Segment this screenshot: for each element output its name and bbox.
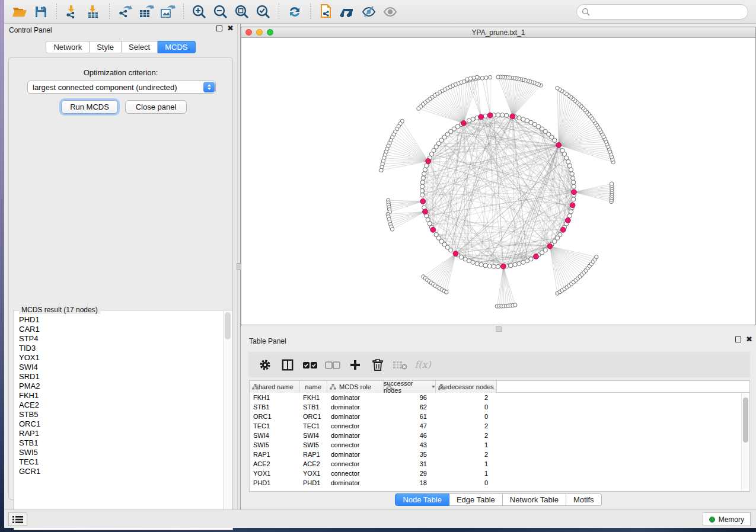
tab-network-table[interactable]: Network Table (503, 493, 566, 506)
table-cell[interactable]: 46 (384, 431, 436, 440)
table-cell[interactable]: PHD1 (299, 478, 327, 488)
mcds-result-item[interactable]: ACE2 (15, 400, 224, 410)
export-image-button[interactable] (159, 3, 177, 21)
table-cell[interactable]: dominator (327, 478, 384, 488)
table-cell[interactable]: connector (327, 421, 384, 431)
table-cell[interactable]: connector (327, 459, 384, 469)
table-cell[interactable]: SWI5 (299, 440, 327, 450)
table-cell[interactable]: SWI4 (299, 431, 327, 440)
zoom-out-button[interactable] (212, 3, 229, 21)
table-row[interactable]: SWI4SWI4dominator462 (250, 431, 749, 440)
zoom-fit-button[interactable] (233, 3, 251, 21)
table-cell[interactable]: 47 (384, 421, 436, 431)
table-cell[interactable]: 43 (384, 440, 436, 450)
mcds-list-scrollbar[interactable] (223, 311, 232, 526)
float-panel-icon[interactable] (216, 25, 222, 31)
table-cell[interactable]: SWI4 (250, 431, 299, 440)
table-cell[interactable]: YOX1 (250, 469, 299, 478)
table-cell[interactable]: STB1 (299, 402, 327, 412)
table-cell[interactable]: 31 (384, 459, 436, 469)
table-cell[interactable]: TEC1 (299, 421, 327, 431)
table-cell[interactable]: 2 (436, 450, 497, 459)
close-panel-button[interactable]: Close panel (125, 100, 187, 114)
tab-motifs[interactable]: Motifs (566, 493, 602, 506)
table-cell[interactable]: dominator (327, 393, 384, 402)
show-columns-button[interactable] (277, 357, 298, 373)
mcds-result-item[interactable]: PMA2 (15, 382, 224, 391)
sort-chevron-icon[interactable] (432, 386, 435, 388)
search-input[interactable] (591, 6, 748, 18)
column-header-successor-nodes[interactable]: successor nodes (384, 381, 436, 393)
table-cell[interactable]: 18 (384, 478, 436, 488)
tab-select[interactable]: Select (122, 41, 158, 53)
select-all-rows-button[interactable] (300, 357, 320, 373)
table-cell[interactable]: ACE2 (299, 459, 327, 469)
mcds-result-item[interactable]: ORC1 (15, 419, 224, 429)
table-cell[interactable]: 1 (436, 440, 497, 450)
memory-button[interactable]: Memory (703, 512, 751, 526)
table-cell[interactable]: 35 (384, 450, 436, 459)
import-network-button[interactable] (63, 3, 81, 21)
table-cell[interactable]: 0 (436, 478, 497, 488)
table-cell[interactable]: 62 (384, 402, 436, 412)
table-row[interactable]: FKH1FKH1dominator962 (250, 393, 749, 402)
mcds-result-item[interactable]: STP4 (15, 334, 224, 344)
table-cell[interactable]: 29 (384, 469, 436, 478)
add-column-button[interactable] (345, 357, 365, 373)
open-file-button[interactable] (11, 3, 28, 21)
run-mcds-button[interactable]: Run MCDS (61, 100, 118, 114)
table-cell[interactable]: PHD1 (250, 478, 299, 488)
export-table-button[interactable] (138, 3, 155, 21)
mcds-result-item[interactable]: TEC1 (15, 457, 224, 467)
table-scrollbar-thumb[interactable] (743, 398, 748, 443)
table-cell[interactable]: FKH1 (250, 393, 299, 402)
find-button[interactable] (339, 3, 356, 21)
criterion-select[interactable]: largest connected component (undirected) (27, 81, 216, 94)
table-row[interactable]: SWI5SWI5connector431 (250, 440, 749, 450)
clone-network-button[interactable] (317, 3, 335, 21)
table-cell[interactable]: 1 (436, 459, 497, 469)
save-session-button[interactable] (32, 3, 50, 21)
table-cell[interactable]: SWI5 (250, 440, 299, 450)
minimize-window-icon[interactable] (256, 29, 263, 36)
table-cell[interactable]: ORC1 (250, 412, 299, 421)
float-panel-icon[interactable] (735, 336, 741, 342)
table-cell[interactable]: RAP1 (299, 450, 327, 459)
mcds-result-item[interactable]: RAP1 (15, 429, 224, 438)
mcds-result-item[interactable]: FKH1 (15, 391, 224, 400)
network-graph[interactable] (241, 38, 755, 325)
table-cell[interactable]: RAP1 (250, 450, 299, 459)
table-cell[interactable]: 61 (384, 412, 436, 421)
table-cell[interactable]: dominator (327, 450, 384, 459)
mcds-result-item[interactable]: STB5 (15, 410, 224, 419)
close-panel-icon[interactable]: ✖ (227, 25, 234, 31)
hide-selected-button[interactable] (360, 3, 378, 21)
table-row[interactable]: PHD1PHD1dominator180 (250, 478, 749, 488)
refresh-layout-button[interactable] (286, 3, 304, 21)
mcds-result-item[interactable]: TID3 (15, 344, 224, 353)
table-row[interactable]: ORC1ORC1dominator610 (250, 412, 749, 421)
table-cell[interactable]: 96 (384, 393, 436, 402)
table-row[interactable]: STB1STB1dominator620 (250, 402, 749, 412)
table-scrollbar[interactable] (741, 393, 749, 491)
table-cell[interactable]: 1 (436, 469, 497, 478)
mcds-result-item[interactable]: SRD1 (15, 372, 224, 382)
table-cell[interactable]: dominator (327, 402, 384, 412)
mcds-result-item[interactable]: PHD1 (15, 315, 224, 325)
delete-column-button[interactable] (368, 357, 388, 373)
column-header-name[interactable]: name (299, 381, 327, 393)
mcds-result-item[interactable]: YOX1 (15, 353, 224, 363)
table-cell[interactable]: dominator (327, 412, 384, 421)
tab-style[interactable]: Style (90, 41, 122, 53)
table-cell[interactable]: STB1 (250, 402, 299, 412)
table-cell[interactable]: connector (327, 469, 384, 478)
zoom-selected-button[interactable] (254, 3, 272, 21)
table-cell[interactable]: dominator (327, 431, 384, 440)
table-row[interactable]: TEC1TEC1connector472 (250, 421, 749, 431)
table-cell[interactable]: 2 (436, 393, 497, 402)
table-cell[interactable]: 0 (436, 412, 497, 421)
table-cell[interactable]: 2 (436, 431, 497, 440)
import-table-button[interactable] (85, 3, 103, 21)
mcds-result-item[interactable]: SWI4 (15, 363, 224, 372)
column-header-shared-name[interactable]: shared name (250, 381, 299, 393)
